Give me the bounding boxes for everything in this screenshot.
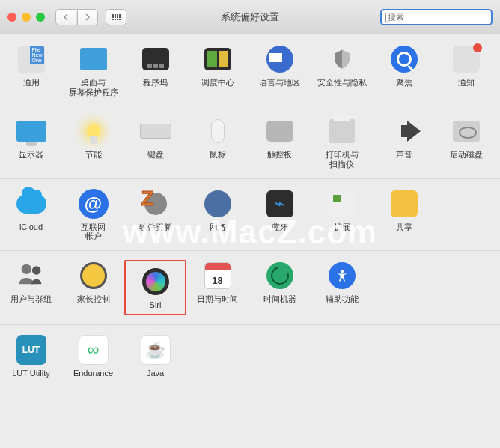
startup-disk-icon [451,115,482,147]
prefpane-label: 语言与地区 [259,78,300,88]
prefpane-date-time[interactable]: 日期与时间 [186,260,249,316]
prefpane-label: 调度中心 [201,78,234,88]
prefpane-spotlight[interactable]: 聚焦 [373,43,435,97]
mission-control-icon [202,43,234,75]
prefpane-extensions[interactable]: 扩展 [311,188,373,241]
search-field[interactable] [380,9,493,25]
notifications-icon [451,43,482,75]
prefpane-bluetooth[interactable]: ⌁蓝牙 [249,188,311,241]
prefpane-lut-utility[interactable]: LUTLUT Utility [0,334,62,378]
date-time-icon [202,260,234,291]
prefpane-label: 鼠标 [210,150,226,160]
zoom-button[interactable] [36,13,45,22]
prefpane-label: 时间机器 [263,294,296,304]
window-title: 系统偏好设置 [221,10,279,24]
search-input[interactable] [388,13,491,22]
forward-button[interactable] [77,9,98,25]
software-update-icon [140,188,171,220]
close-button[interactable] [7,13,16,22]
icloud-icon [16,188,47,220]
prefpane-parental[interactable]: 家长控制 [62,260,124,316]
accessibility-icon [326,260,358,291]
prefpane-general[interactable]: 通用 [0,43,62,97]
network-icon [202,188,234,220]
lut-utility-icon: LUT [16,334,47,366]
siri-icon [140,266,171,297]
prefpane-endurance[interactable]: ∞Endurance [62,334,124,378]
trackpad-icon [264,115,296,147]
prefpane-label: Siri [150,300,162,310]
prefpane-dock[interactable]: 程序坞 [124,43,186,97]
language-icon [264,43,296,75]
prefpane-users[interactable]: 用户与群组 [0,260,62,316]
prefpane-label: 通用 [23,78,40,88]
users-icon [16,260,47,291]
spotlight-icon [388,43,420,75]
prefpane-java[interactable]: Java [124,334,186,378]
sharing-icon [388,188,420,220]
grid-icon [112,14,121,20]
prefpane-network[interactable]: 网络 [186,188,249,241]
prefpane-displays[interactable]: 显示器 [0,115,62,169]
prefpane-label: 扩展 [334,223,350,232]
prefpane-mission-control[interactable]: 调度中心 [186,43,249,97]
prefpane-security[interactable]: 安全性与隐私 [311,43,373,97]
time-machine-icon [264,260,296,291]
extensions-icon [326,188,358,220]
search-icon [385,13,386,22]
prefpane-siri[interactable]: Siri [124,260,186,316]
svg-point-0 [21,264,31,274]
prefpane-mouse[interactable]: 鼠标 [186,115,249,169]
prefpane-label: 键盘 [147,150,164,160]
window-controls [7,13,45,22]
prefpane-time-machine[interactable]: 时间机器 [249,260,311,316]
prefpane-label: 显示器 [19,150,43,160]
prefpane-label: 节能 [85,150,102,160]
parental-icon [78,260,109,291]
displays-icon [16,115,47,147]
sound-icon [388,115,420,147]
prefpane-internet-accounts[interactable]: @互联网 帐户 [62,188,124,241]
prefpane-label: LUT Utility [12,369,50,378]
prefpane-label: Endurance [73,369,113,378]
prefpane-label: 互联网 帐户 [81,223,106,241]
prefpane-sound[interactable]: 声音 [373,115,435,169]
prefpane-notifications[interactable]: 通知 [435,43,497,97]
prefpane-label: 软件更新 [139,223,172,232]
desktop-icon [78,43,109,75]
prefpane-sharing[interactable]: 共享 [373,188,435,241]
prefpane-label: 程序坞 [143,78,168,88]
prefpane-label: 通知 [458,78,475,88]
prefpane-desktop[interactable]: 桌面与 屏幕保护程序 [62,43,124,97]
prefpane-label: 启动磁盘 [450,150,483,160]
prefpane-accessibility[interactable]: 辅助功能 [311,260,373,316]
keyboard-icon [140,115,171,147]
prefpane-energy[interactable]: 节能 [62,115,124,169]
prefpane-language[interactable]: 语言与地区 [249,43,311,97]
titlebar: 系统偏好设置 [0,0,500,34]
dock-icon [140,43,171,75]
svg-point-1 [31,267,40,276]
minimize-button[interactable] [22,13,31,22]
prefpane-printers[interactable]: 打印机与 扫描仪 [311,115,373,169]
security-icon [326,43,358,75]
printers-icon [326,115,358,147]
prefpane-label: Java [147,369,164,378]
prefpane-icloud[interactable]: iCloud [0,188,62,241]
prefpane-label: 触控板 [267,150,292,160]
internet-accounts-icon: @ [78,188,109,220]
prefpane-trackpad[interactable]: 触控板 [249,115,311,169]
prefpane-label: 网络 [210,223,226,232]
prefpane-label: 用户与群组 [10,294,52,304]
general-icon [16,43,47,75]
svg-point-2 [340,270,343,273]
show-all-button[interactable] [106,9,126,25]
mouse-icon [202,115,234,147]
prefpane-startup-disk[interactable]: 启动磁盘 [435,115,497,169]
prefpane-software-update[interactable]: 软件更新 [124,188,186,241]
prefpane-keyboard[interactable]: 键盘 [124,115,186,169]
back-button[interactable] [55,9,76,25]
prefpane-label: 安全性与隐私 [317,78,367,88]
prefpane-label: 辅助功能 [326,294,359,304]
bluetooth-icon: ⌁ [264,188,296,220]
